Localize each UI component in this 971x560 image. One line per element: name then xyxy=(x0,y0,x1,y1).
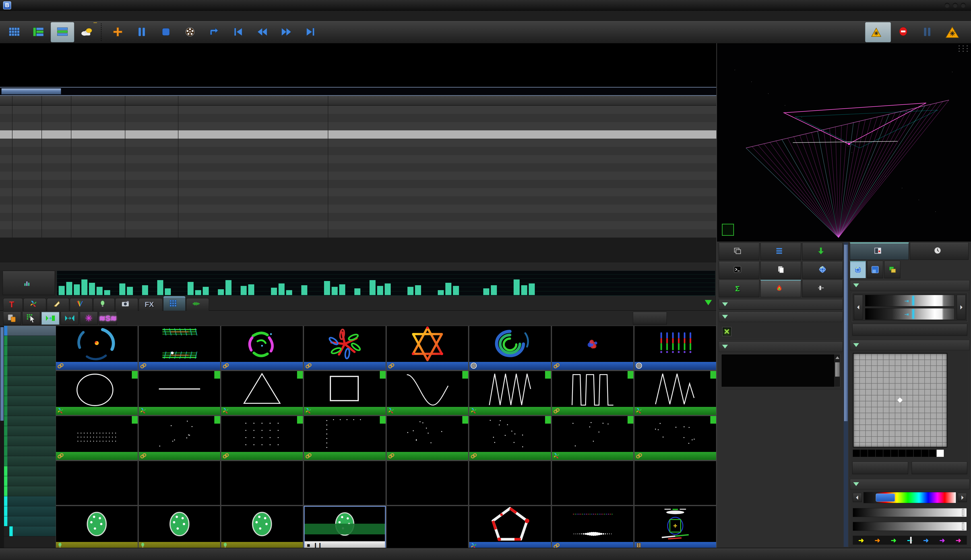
size-x-track[interactable]: ⇥ xyxy=(865,295,954,307)
toolbar-button-show-it-now[interactable]: ✳ xyxy=(865,22,891,42)
cue-cell[interactable] xyxy=(386,371,468,415)
window-controls[interactable] xyxy=(945,3,968,8)
cue-cell[interactable] xyxy=(634,326,716,370)
cue-cell[interactable] xyxy=(221,506,303,548)
playlist-row[interactable] xyxy=(0,172,716,180)
transition-list[interactable] xyxy=(721,354,840,387)
visible-points-slider[interactable] xyxy=(853,522,967,531)
tab-downloads[interactable] xyxy=(802,243,843,260)
workspace-tool-1[interactable] xyxy=(3,312,21,325)
cue-cell[interactable] xyxy=(634,461,716,505)
sidebar-item-bckgrnds-1[interactable] xyxy=(4,436,56,446)
tab-master[interactable] xyxy=(719,243,759,260)
tab-pangoscript[interactable] xyxy=(719,262,759,279)
limiters-header[interactable] xyxy=(719,299,842,310)
cue-cell[interactable] xyxy=(552,326,634,370)
cue-cell[interactable] xyxy=(56,371,138,415)
toolbar-button-next[interactable] xyxy=(274,22,298,42)
playlist-row[interactable] xyxy=(0,205,716,213)
playback-progress-bar[interactable] xyxy=(0,87,716,96)
cue-cell[interactable] xyxy=(469,326,551,370)
stop-icon[interactable]: ■ xyxy=(307,542,310,548)
cue-cell[interactable] xyxy=(304,461,386,505)
sidebar-item-people-characters[interactable] xyxy=(4,346,56,356)
cue-cell[interactable] xyxy=(386,461,468,505)
tab-quicktrace[interactable] xyxy=(47,298,69,311)
soft-start-finish-checkbox-row[interactable] xyxy=(719,325,842,338)
size-y-track[interactable]: ⇥ xyxy=(865,308,954,320)
size-min-button[interactable]: ⏴ xyxy=(854,295,863,320)
tab-quicktext[interactable]: T xyxy=(3,298,23,311)
view-mode-button-3[interactable] xyxy=(884,261,900,278)
cue-cell[interactable] xyxy=(469,416,551,460)
cue-cell[interactable] xyxy=(56,461,138,505)
cue-cell[interactable] xyxy=(221,416,303,460)
toolbar-button-playlist[interactable] xyxy=(51,22,74,42)
playlist-row[interactable] xyxy=(0,106,716,114)
playlist-row[interactable] xyxy=(0,229,716,238)
cue-cell[interactable] xyxy=(139,326,221,370)
tab-quickfx[interactable]: FX xyxy=(139,298,162,311)
cue-cell[interactable] xyxy=(552,416,634,460)
tab-quickcapture[interactable] xyxy=(115,298,138,311)
panel-drag-handle-icon[interactable] xyxy=(957,45,969,53)
playlist-row[interactable] xyxy=(0,114,716,122)
tab-fixture[interactable] xyxy=(760,243,801,260)
cue-cell[interactable] xyxy=(56,326,138,370)
reset-rotation-button[interactable] xyxy=(912,462,968,474)
cue-cell[interactable] xyxy=(304,371,386,415)
tab-audio[interactable] xyxy=(186,298,209,311)
progress-thumb[interactable] xyxy=(1,88,61,95)
view-mode-button-2[interactable] xyxy=(867,261,883,278)
monitor-button[interactable] xyxy=(3,271,55,295)
cue-cell[interactable] xyxy=(552,506,634,548)
color-left-button[interactable]: ⏴ xyxy=(853,493,862,502)
cue-cell[interactable] xyxy=(469,461,551,505)
cue-cell[interactable] xyxy=(634,416,716,460)
playlist-row[interactable] xyxy=(0,180,716,188)
grid-size-bar[interactable] xyxy=(853,450,948,457)
tab-globe[interactable] xyxy=(802,262,843,279)
tab-quickdmx[interactable] xyxy=(93,298,115,311)
cue-cell[interactable] xyxy=(386,326,468,370)
sidebar-item-misc-[interactable] xyxy=(4,426,56,436)
toolbar-button-cloud[interactable] xyxy=(75,22,99,42)
cue-appearance-header[interactable] xyxy=(719,312,842,322)
cue-cell[interactable] xyxy=(221,371,303,415)
toolbar-button-add[interactable] xyxy=(106,22,130,42)
playlist-row[interactable] xyxy=(0,196,716,205)
size-header[interactable] xyxy=(850,280,969,291)
playlist-row[interactable] xyxy=(0,138,716,147)
cue-cell[interactable] xyxy=(221,461,303,505)
cue-cell[interactable] xyxy=(634,371,716,415)
toolbar-button-pause[interactable] xyxy=(916,22,939,42)
sidebar-item-text-clocks[interactable] xyxy=(4,516,56,527)
sidebar-item-bckgrnds-3[interactable] xyxy=(4,456,56,466)
tab-time[interactable] xyxy=(910,242,969,260)
toolbar-button-enable-laser-output[interactable]: ✳ xyxy=(939,22,969,42)
cue-cell[interactable] xyxy=(386,506,468,548)
toolbar-button-blackout[interactable] xyxy=(891,22,915,42)
lock-xy-button[interactable] xyxy=(852,324,967,336)
toolbar-button-timeline[interactable] xyxy=(27,22,50,42)
toolbar-button-first[interactable] xyxy=(226,22,250,42)
color-slider[interactable]: ⏴ ⏵ xyxy=(853,492,967,503)
color-norm-chip[interactable] xyxy=(876,493,895,502)
cue-cell[interactable] xyxy=(386,416,468,460)
workspace-tool-3[interactable] xyxy=(42,312,59,325)
sidebar-item-halloween[interactable] xyxy=(4,416,56,426)
playlist-row[interactable] xyxy=(0,163,716,172)
cue-cell[interactable] xyxy=(634,506,716,548)
size-slider[interactable]: ⏴ ⇥ ⇥ ⏵ xyxy=(852,293,968,322)
cue-cell[interactable] xyxy=(552,371,634,415)
playlist-row[interactable] xyxy=(0,122,716,130)
tab-dynamics[interactable] xyxy=(760,280,801,297)
pause-icon[interactable]: ❙❙ xyxy=(313,542,322,548)
playlist-row[interactable] xyxy=(0,213,716,221)
tab-quickshape[interactable] xyxy=(23,298,46,311)
cue-cell[interactable] xyxy=(221,326,303,370)
tab-live-control[interactable] xyxy=(850,242,909,260)
cue-cell[interactable] xyxy=(139,371,221,415)
reset-position-button[interactable] xyxy=(852,462,908,474)
cue-cell[interactable]: ■❙❙ xyxy=(304,506,386,548)
